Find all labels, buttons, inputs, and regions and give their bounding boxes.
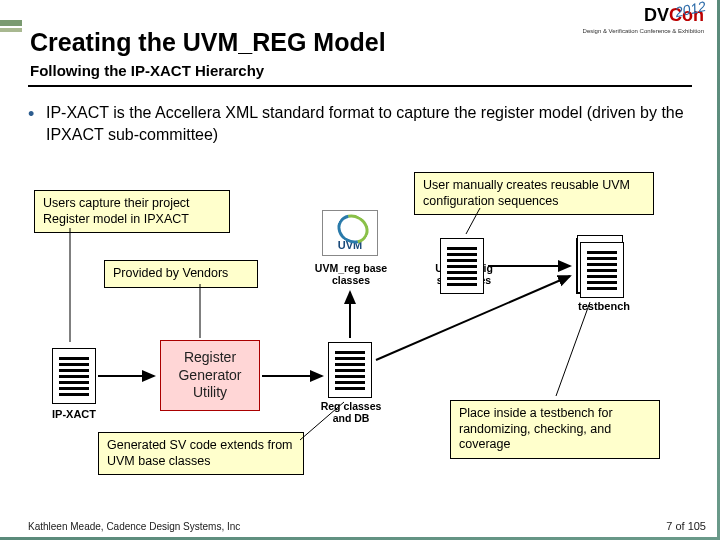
label-testbench: testbench [564,300,644,312]
label-uvm-reg: UVM_reg base classes [312,262,390,286]
box-place-tb: Place inside a testbench for randomizing… [450,400,660,459]
uvm-logo-icon: UVM [322,210,378,256]
doc-testbench-2 [580,242,624,298]
label-reg-classes: Reg classes and DB [314,400,388,424]
footer-author: Kathleen Meade, Cadence Design Systems, … [28,521,240,532]
box-provided-vendors: Provided by Vendors [104,260,258,288]
box-user-manual: User manually creates reusable UVM confi… [414,172,654,215]
slide-subtitle: Following the IP-XACT Hierarchy [30,62,264,79]
doc-uvm-cfg [440,238,484,294]
title-rule [28,85,692,87]
box-reg-gen: Register Generator Utility [160,340,260,411]
slide-title: Creating the UVM_REG Model [30,28,386,57]
bullet-text: IP-XACT is the Accellera XML standard fo… [46,102,686,145]
doc-ipxact [52,348,96,404]
svg-line-8 [556,302,590,396]
box-gen-sv: Generated SV code extends from UVM base … [98,432,304,475]
label-ipxact: IP-XACT [42,408,106,420]
box-users-capture: Users capture their project Register mod… [34,190,230,233]
dvcon-logo: 2012 DVCon Design & Verification Confere… [583,6,704,36]
doc-reg-classes [328,342,372,398]
accent-bar [0,20,22,26]
logo-sub: Design & Verification Conference & Exhib… [583,28,704,34]
footer-page: 7 of 105 [666,520,706,532]
accent-bar-2 [0,28,22,32]
